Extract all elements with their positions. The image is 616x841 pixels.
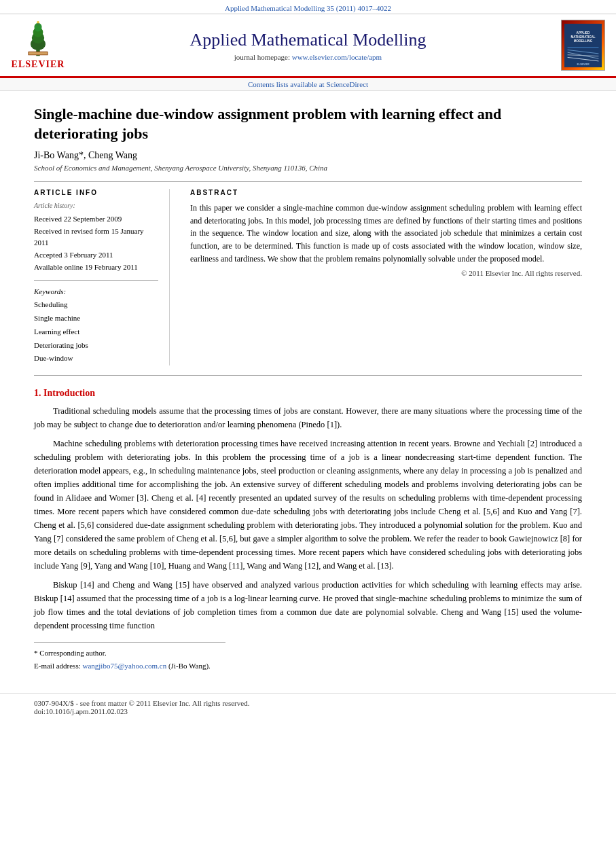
journal-cover-thumb-area: APPLIED MATHEMATICAL MODELLING ELSEVIER [551,20,605,71]
svg-text:ELSEVIER: ELSEVIER [577,63,589,66]
abstract-heading: ABSTRACT [190,189,582,196]
divider-1 [34,181,582,182]
section-1-label: Introduction [43,388,95,398]
intro-para-2: Machine scheduling problems with deterio… [34,437,582,573]
main-content: Single-machine due-window assignment pro… [0,91,616,686]
history-item-3: Accepted 3 February 2011 [34,249,158,262]
history-item-1: Received 22 September 2009 [34,213,158,226]
intro-para-1: Traditional scheduling models assume tha… [34,404,582,431]
authors: Ji-Bo Wang*, Cheng Wang [34,150,582,161]
article-info-col: ARTICLE INFO Article history: Received 2… [34,189,170,365]
footnote-email: E-mail address: wangjibo75@yahoo.com.cn … [34,660,582,673]
keywords-divider [34,280,158,281]
homepage-label: journal homepage: [234,53,292,61]
keyword-5: Due-window [34,352,158,365]
elsevier-brand-text: ELSEVIER [12,59,65,70]
journal-citation-bar: Applied Mathematical Modelling 35 (2011)… [0,0,616,14]
email-label: E-mail address: [34,662,82,670]
elsevier-logo: ELSEVIER [11,20,65,70]
email-suffix: (Ji-Bo Wang). [168,662,211,670]
history-item-4: Available online 19 February 2011 [34,262,158,274]
keyword-1: Scheduling [34,298,158,312]
svg-text:APPLIED: APPLIED [577,31,591,34]
article-info-heading: ARTICLE INFO [34,189,158,196]
sciencedirect-link[interactable]: ScienceDirect [326,80,368,88]
svg-point-6 [37,21,39,24]
journal-citation: Applied Mathematical Modelling 35 (2011)… [225,4,391,12]
journal-title: Applied Mathematical Modelling [72,29,544,50]
article-info-inner: ARTICLE INFO Article history: Received 2… [34,189,170,365]
contents-bar: Contents lists available at ScienceDirec… [0,78,616,91]
svg-text:MODELLING: MODELLING [574,39,593,43]
svg-rect-8 [29,52,48,55]
abstract-text: In this paper we consider a single-machi… [190,202,582,265]
journal-header: ELSEVIER Applied Mathematical Modelling … [0,14,616,78]
history-item-2: Received in revised form 15 January 2011 [34,226,158,249]
issn-text: 0307-904X/$ - see front matter © 2011 El… [34,699,582,707]
divider-2 [34,375,582,376]
keyword-3: Learning effect [34,325,158,339]
journal-cover-thumb: APPLIED MATHEMATICAL MODELLING ELSEVIER [561,20,605,71]
copyright: © 2011 Elsevier Inc. All rights reserved… [190,269,582,277]
homepage-link[interactable]: www.elsevier.com/locate/apm [292,53,382,61]
article-history-label: Article history: [34,202,158,209]
contents-label: Contents lists available at [248,80,326,88]
affiliation: School of Economics and Management, Shen… [34,164,582,172]
journal-homepage: journal homepage: www.elsevier.com/locat… [72,53,544,61]
svg-text:MATHEMATICAL: MATHEMATICAL [570,35,595,39]
cover-image-icon: APPLIED MATHEMATICAL MODELLING ELSEVIER [564,22,602,69]
keyword-2: Single machine [34,312,158,325]
elsevier-tree-icon [18,20,58,58]
footnote: * Corresponding author. E-mail address: … [34,647,582,672]
section-1-number: 1. [34,388,41,398]
article-info-abstract: ARTICLE INFO Article history: Received 2… [34,189,582,365]
abstract-col: ABSTRACT In this paper we consider a sin… [190,189,582,365]
journal-title-area: Applied Mathematical Modelling journal h… [65,29,551,61]
keywords-label: Keywords: [34,287,158,296]
article-title: Single-machine due-window assignment pro… [34,105,582,143]
email-link[interactable]: wangjibo75@yahoo.com.cn [82,662,166,670]
footnote-divider [34,642,225,643]
elsevier-logo-area: ELSEVIER [11,20,65,70]
keyword-4: Deteriorating jobs [34,339,158,353]
footnote-star: * Corresponding author. [34,647,582,660]
doi-text: doi:10.1016/j.apm.2011.02.023 [34,707,582,715]
section-1-title: 1. Introduction [34,388,582,399]
intro-para-3: Biskup [14] and Cheng and Wang [15] have… [34,578,582,632]
bottom-bar: 0307-904X/$ - see front matter © 2011 El… [0,693,616,721]
author-names: Ji-Bo Wang*, Cheng Wang [34,150,137,160]
